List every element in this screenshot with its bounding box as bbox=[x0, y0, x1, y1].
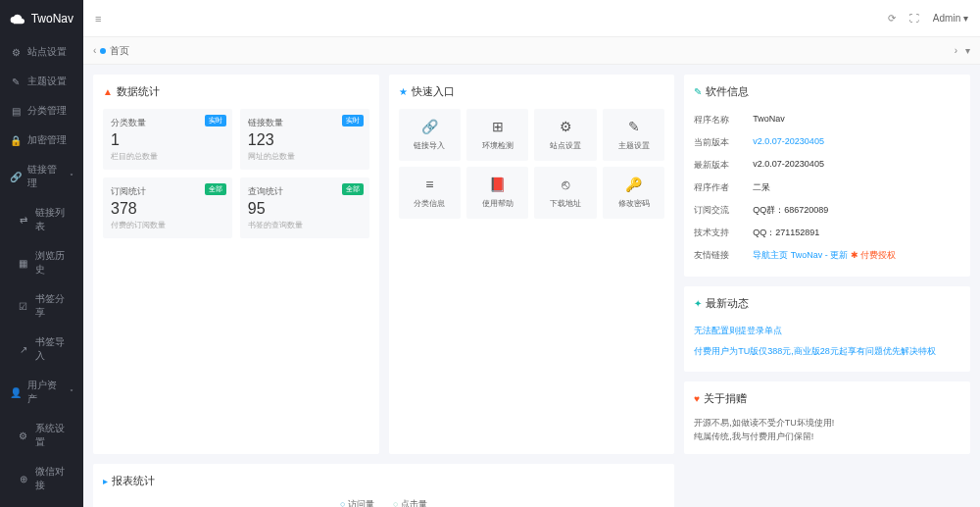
sidebar-item-5[interactable]: 👤用户资产˅ bbox=[0, 371, 83, 414]
quick-btn-2[interactable]: ⚙站点设置 bbox=[534, 109, 596, 161]
tab-more-icon[interactable]: ▾ bbox=[965, 45, 970, 56]
info-key: 程序名称 bbox=[694, 114, 753, 127]
chevron-icon: ˅ bbox=[70, 173, 74, 181]
info-key: 友情链接 bbox=[694, 249, 753, 262]
topbar: ≡ ⟳ ⛶ Admin ▾ bbox=[83, 0, 980, 37]
info-val: QQ群：686720089 bbox=[753, 204, 960, 217]
info-val: QQ：271152891 bbox=[753, 227, 960, 239]
brand-text: TwoNav bbox=[31, 12, 74, 25]
nav-icon: ↗ bbox=[18, 344, 29, 355]
stat-box-1: 链接数量123网址的总数量实时 bbox=[240, 109, 369, 170]
info-row-6: 友情链接导航主页 TwoNav - 更新 ✱ 付费授权 bbox=[694, 244, 960, 267]
legend-series-1[interactable]: 访问量 bbox=[340, 499, 374, 507]
stat-sub: 付费的订阅数量 bbox=[111, 220, 224, 230]
menu-toggle-icon[interactable]: ≡ bbox=[95, 13, 101, 25]
stat-box-3: 查询统计95书签的查询数量全部 bbox=[240, 177, 369, 238]
quick-card: ★快速入口 🔗链接导入⊞环境检测⚙站点设置✎主题设置≡分类信息📕使用帮助⎋下载地… bbox=[389, 75, 675, 454]
nav-label: 浏览历史 bbox=[35, 249, 74, 277]
nav-icon: 👤 bbox=[10, 387, 22, 398]
info-row-4: 订阅交流QQ群：686720089 bbox=[694, 199, 960, 222]
nav-icon: ▤ bbox=[10, 106, 22, 117]
nav-icon: ✎ bbox=[10, 76, 22, 87]
quick-label: 环境检测 bbox=[470, 140, 524, 151]
sidebar: TwoNav ⚙站点设置✎主题设置▤分类管理🔒加密管理🔗链接管理˅⇄链接列表▦浏… bbox=[0, 0, 83, 507]
sidebar-item-3[interactable]: 🔒加密管理 bbox=[0, 126, 83, 155]
nav-icon: 🔗 bbox=[10, 172, 22, 182]
chart-icon: ▸ bbox=[103, 476, 108, 486]
tab-home[interactable]: 首页 bbox=[110, 44, 129, 58]
sidebar-sub-link-1[interactable]: ▦浏览历史 bbox=[0, 241, 83, 284]
sidebar-item-4[interactable]: 🔗链接管理˅ bbox=[0, 155, 83, 198]
quick-btn-7[interactable]: 🔑修改密码 bbox=[603, 167, 664, 219]
quick-icon: ≡ bbox=[403, 177, 457, 192]
info-val: v2.0.07-20230405 bbox=[753, 136, 960, 149]
legend-series-2[interactable]: 点击量 bbox=[393, 499, 427, 507]
info-val: 导航主页 TwoNav - 更新 ✱ 付费授权 bbox=[753, 249, 960, 262]
sidebar-item-2[interactable]: ▤分类管理 bbox=[0, 96, 83, 126]
info-icon: ✎ bbox=[694, 86, 702, 97]
tab-next-icon[interactable]: › bbox=[955, 45, 957, 56]
quick-icon: ✎ bbox=[607, 119, 661, 134]
quick-icon: 📕 bbox=[470, 177, 524, 192]
tabbar: ‹ 首页 › ▾ bbox=[83, 37, 980, 65]
quick-icon: ⊞ bbox=[470, 119, 524, 134]
user-menu[interactable]: Admin ▾ bbox=[933, 13, 968, 24]
nav-icon: ⚙ bbox=[10, 47, 22, 58]
fullscreen-icon[interactable]: ⛶ bbox=[909, 13, 919, 24]
sidebar-item-0[interactable]: ⚙站点设置 bbox=[0, 37, 83, 67]
quick-icon: 🔗 bbox=[403, 119, 457, 134]
nav-label: 分类管理 bbox=[27, 104, 67, 118]
nav-icon: ⊕ bbox=[18, 474, 29, 484]
quick-btn-0[interactable]: 🔗链接导入 bbox=[399, 109, 461, 161]
quick-btn-4[interactable]: ≡分类信息 bbox=[399, 167, 461, 219]
bell-icon: ✦ bbox=[694, 298, 702, 309]
star-icon: ★ bbox=[399, 86, 408, 97]
stat-box-0: 分类数量1栏目的总数量实时 bbox=[103, 109, 232, 170]
quick-label: 站点设置 bbox=[538, 140, 592, 151]
info-key: 最新版本 bbox=[694, 159, 753, 172]
brand-logo[interactable]: TwoNav bbox=[0, 0, 83, 37]
news-link-0[interactable]: 无法配置则提登录单点 bbox=[694, 321, 960, 341]
stats-title: 数据统计 bbox=[117, 84, 160, 99]
quick-btn-5[interactable]: 📕使用帮助 bbox=[466, 167, 528, 219]
info-link[interactable]: 导航主页 TwoNav - 更新 bbox=[753, 250, 848, 260]
sidebar-item-1[interactable]: ✎主题设置 bbox=[0, 67, 83, 96]
nav-label: 系统设置 bbox=[35, 422, 74, 449]
news-link-1[interactable]: 付费用户为TU版仅388元,商业版28元起享有问题优先解决特权 bbox=[694, 341, 960, 362]
sidebar-sub-user-2[interactable]: ♡默认设置 bbox=[0, 500, 83, 507]
quick-label: 链接导入 bbox=[403, 140, 457, 151]
chart-legend: 访问量 点击量 bbox=[103, 498, 664, 507]
quick-btn-1[interactable]: ⊞环境检测 bbox=[466, 109, 528, 161]
nav-label: 加密管理 bbox=[27, 133, 67, 147]
nav-icon: ☑ bbox=[18, 301, 29, 312]
quick-btn-6[interactable]: ⎋下载地址 bbox=[534, 167, 596, 219]
sidebar-sub-link-3[interactable]: ↗书签导入 bbox=[0, 328, 83, 371]
software-title: 软件信息 bbox=[706, 84, 749, 99]
tab-back-icon[interactable]: ‹ bbox=[93, 45, 96, 56]
report-title: 报表统计 bbox=[112, 474, 155, 488]
info-link[interactable]: v2.0.07-20230405 bbox=[753, 136, 824, 146]
refresh-icon[interactable]: ⟳ bbox=[888, 13, 896, 24]
stat-sub: 书签的查询数量 bbox=[248, 220, 362, 230]
quick-btn-3[interactable]: ✎主题设置 bbox=[603, 109, 664, 161]
info-val: 二呆 bbox=[753, 181, 960, 194]
sidebar-sub-user-0[interactable]: ⚙系统设置 bbox=[0, 414, 83, 457]
nav-label: 站点设置 bbox=[27, 45, 67, 59]
nav-icon: ⚙ bbox=[18, 431, 29, 441]
sidebar-sub-link-2[interactable]: ☑书签分享 bbox=[0, 284, 83, 328]
stat-value: 95 bbox=[248, 200, 362, 218]
software-card: ✎软件信息 程序名称TwoNav当前版本v2.0.07-20230405最新版本… bbox=[684, 75, 970, 277]
heart-icon: ♥ bbox=[694, 393, 700, 404]
chevron-icon: ˅ bbox=[70, 388, 74, 397]
info-warn[interactable]: ✱ 付费授权 bbox=[851, 250, 897, 260]
nav-icon: ▦ bbox=[18, 258, 29, 269]
stat-badge: 全部 bbox=[342, 183, 364, 195]
nav-label: 链接管理 bbox=[27, 163, 64, 190]
sidebar-sub-link-0[interactable]: ⇄链接列表 bbox=[0, 198, 83, 241]
stat-box-2: 订阅统计378付费的订阅数量全部 bbox=[103, 177, 232, 238]
nav-icon: 🔒 bbox=[10, 135, 22, 146]
nav-label: 微信对接 bbox=[35, 465, 74, 492]
nav-label: 书签分享 bbox=[35, 292, 74, 320]
stat-badge: 实时 bbox=[342, 115, 364, 127]
sidebar-sub-user-1[interactable]: ⊕微信对接 bbox=[0, 457, 83, 500]
